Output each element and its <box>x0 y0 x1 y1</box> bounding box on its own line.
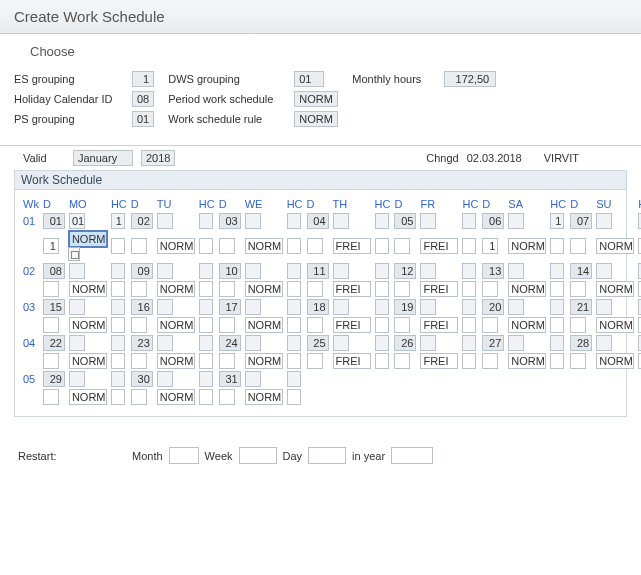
day-d2-input[interactable] <box>482 317 498 333</box>
day-hc-input[interactable] <box>111 335 125 351</box>
day-d-input[interactable] <box>69 263 85 279</box>
day-d-input[interactable] <box>157 263 173 279</box>
day-dws-input[interactable]: NORM <box>245 389 283 405</box>
day-dws-input[interactable]: FREI <box>333 317 371 333</box>
day-d2-input[interactable] <box>307 353 323 369</box>
day-d-input[interactable] <box>420 335 436 351</box>
day-d-input[interactable] <box>420 263 436 279</box>
day-hc-input[interactable] <box>111 263 125 279</box>
day-hc-input[interactable] <box>375 263 389 279</box>
day-d2-input[interactable] <box>131 353 147 369</box>
day-hc2-input[interactable] <box>375 317 389 333</box>
day-dws-input[interactable]: NORM <box>596 238 634 254</box>
day-d-input[interactable] <box>596 335 612 351</box>
day-hc2-input[interactable] <box>111 389 125 405</box>
day-d2-input[interactable] <box>131 238 147 254</box>
day-d2-input[interactable] <box>570 317 586 333</box>
valid-year[interactable]: 2018 <box>141 150 175 166</box>
day-dws-input[interactable]: NORM <box>157 317 195 333</box>
day-hc2-input[interactable] <box>111 317 125 333</box>
day-d2-input[interactable] <box>307 238 323 254</box>
day-hc-input[interactable] <box>287 213 301 229</box>
day-d-input[interactable] <box>245 213 261 229</box>
day-hc2-input[interactable] <box>550 281 564 297</box>
day-d2-input[interactable] <box>394 353 410 369</box>
day-d2-input[interactable]: 1 <box>482 238 498 254</box>
day-d2-input[interactable] <box>307 317 323 333</box>
day-d-input[interactable] <box>157 299 173 315</box>
day-dws-input[interactable]: NORM <box>596 281 634 297</box>
day-hc2-input[interactable] <box>199 238 213 254</box>
day-hc2-input[interactable] <box>199 317 213 333</box>
day-hc-input[interactable] <box>199 335 213 351</box>
day-hc-input[interactable] <box>199 371 213 387</box>
day-d-input[interactable] <box>245 263 261 279</box>
day-dws-input[interactable]: NORM <box>157 238 195 254</box>
day-dws-input[interactable]: NORM <box>245 353 283 369</box>
day-d-input[interactable] <box>157 335 173 351</box>
day-hc-input[interactable] <box>199 299 213 315</box>
day-hc-input[interactable] <box>287 371 301 387</box>
dws-grouping-value[interactable]: 01 <box>294 71 324 87</box>
day-hc2-input[interactable] <box>462 317 476 333</box>
day-d-input[interactable] <box>333 263 349 279</box>
day-hc-input[interactable] <box>550 299 564 315</box>
choose-button[interactable]: Choose <box>0 34 641 67</box>
day-d2-input[interactable] <box>131 389 147 405</box>
day-dws-input[interactable]: NORM <box>69 353 107 369</box>
day-hc2-input[interactable] <box>462 238 476 254</box>
day-d2-input[interactable] <box>43 317 59 333</box>
day-d-input[interactable] <box>420 213 436 229</box>
day-dws-input[interactable]: NORM <box>245 238 283 254</box>
day-hc-input[interactable] <box>375 213 389 229</box>
day-hc2-input[interactable] <box>111 238 125 254</box>
day-dws-input[interactable]: FREI <box>333 238 371 254</box>
day-hc-input[interactable] <box>199 213 213 229</box>
f4-help-icon[interactable] <box>68 247 80 261</box>
day-dws-input[interactable]: NORM <box>69 231 107 247</box>
day-d2-input[interactable] <box>219 281 235 297</box>
day-dws-input[interactable]: FREI <box>333 353 371 369</box>
day-hc2-input[interactable] <box>199 389 213 405</box>
day-dws-input[interactable]: FREI <box>333 281 371 297</box>
ws-rule-value[interactable]: NORM <box>294 111 338 127</box>
day-hc-input[interactable] <box>287 263 301 279</box>
day-hc2-input[interactable] <box>287 281 301 297</box>
day-hc-input[interactable] <box>111 299 125 315</box>
day-d2-input[interactable] <box>394 281 410 297</box>
day-hc2-input[interactable] <box>287 238 301 254</box>
day-hc-input[interactable] <box>550 335 564 351</box>
day-d2-input[interactable] <box>131 281 147 297</box>
day-hc-input[interactable]: 1 <box>550 213 564 229</box>
day-hc-input[interactable] <box>462 335 476 351</box>
day-d-input[interactable]: 01 <box>69 213 85 229</box>
day-d-input[interactable] <box>596 213 612 229</box>
valid-month[interactable]: January <box>73 150 133 166</box>
day-d2-input[interactable] <box>219 317 235 333</box>
es-grouping-value[interactable]: 1 <box>132 71 154 87</box>
day-d2-input[interactable] <box>43 353 59 369</box>
day-d-input[interactable] <box>508 263 524 279</box>
day-hc-input[interactable] <box>375 299 389 315</box>
day-d-input[interactable] <box>508 299 524 315</box>
day-hc2-input[interactable] <box>287 317 301 333</box>
day-dws-input[interactable]: NORM <box>245 281 283 297</box>
day-d2-input[interactable] <box>43 281 59 297</box>
day-d2-input[interactable] <box>307 281 323 297</box>
day-d-input[interactable] <box>245 335 261 351</box>
day-d-input[interactable] <box>508 335 524 351</box>
day-hc2-input[interactable] <box>199 353 213 369</box>
day-d-input[interactable] <box>157 213 173 229</box>
day-d2-input[interactable] <box>570 281 586 297</box>
day-hc2-input[interactable] <box>375 238 389 254</box>
ps-grouping-value[interactable]: 01 <box>132 111 154 127</box>
day-hc2-input[interactable] <box>375 281 389 297</box>
day-hc-input[interactable] <box>199 263 213 279</box>
day-d2-input[interactable]: 1 <box>43 238 59 254</box>
day-dws-input[interactable]: NORM <box>596 317 634 333</box>
day-d-input[interactable] <box>157 371 173 387</box>
day-d-input[interactable] <box>333 213 349 229</box>
day-d-input[interactable] <box>69 299 85 315</box>
restart-day-input[interactable] <box>308 447 346 464</box>
day-hc-input[interactable] <box>287 335 301 351</box>
